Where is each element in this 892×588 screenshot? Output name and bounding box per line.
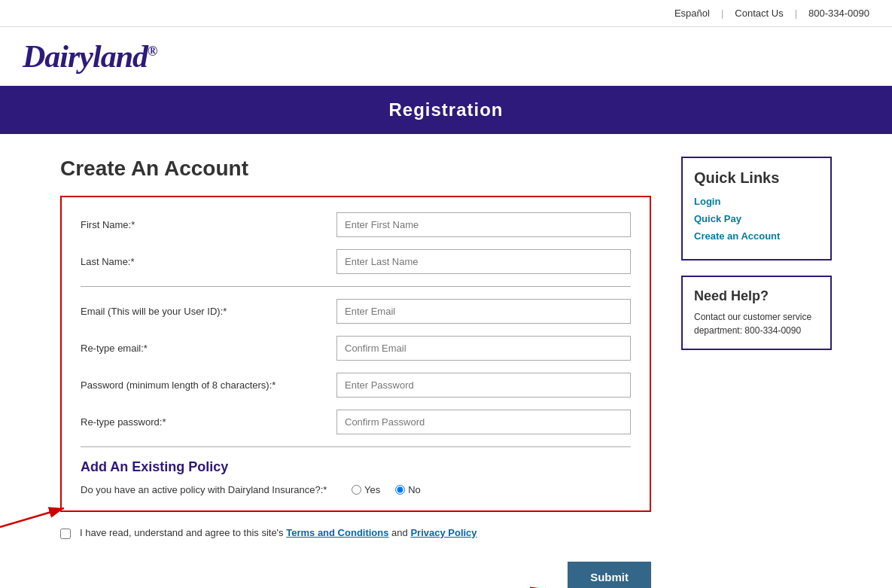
first-name-input[interactable] bbox=[336, 212, 631, 237]
yes-radio-label[interactable]: Yes bbox=[352, 484, 380, 495]
retype-email-label: Re-type email:* bbox=[81, 343, 336, 354]
terms-text: I have read, understand and agree to thi… bbox=[80, 527, 477, 538]
password-label: Password (minimum length of 8 characters… bbox=[81, 379, 336, 391]
last-name-row: Last Name:* bbox=[81, 249, 631, 274]
quickpay-link[interactable]: Quick Pay bbox=[694, 213, 819, 224]
create-account-link[interactable]: Create an Account bbox=[694, 230, 819, 242]
registration-banner: Registration bbox=[0, 86, 892, 134]
password-row: Password (minimum length of 8 characters… bbox=[81, 373, 631, 398]
policy-question-label: Do you have an active policy with Dairyl… bbox=[81, 484, 336, 495]
submit-button[interactable]: Submit bbox=[568, 562, 651, 588]
form-divider-2 bbox=[81, 446, 631, 447]
password-input[interactable] bbox=[336, 373, 631, 398]
banner-title: Registration bbox=[388, 99, 503, 120]
logo-text: Dairyland bbox=[23, 39, 148, 74]
last-name-input[interactable] bbox=[336, 249, 631, 274]
privacy-policy-link[interactable]: Privacy Policy bbox=[410, 527, 476, 538]
yes-radio[interactable] bbox=[352, 485, 361, 495]
yes-label-text: Yes bbox=[364, 484, 380, 495]
form-heading: Create An Account bbox=[60, 157, 651, 181]
terms-prefix: I have read, understand and agree to thi… bbox=[80, 527, 286, 538]
first-name-row: First Name:* bbox=[81, 212, 631, 237]
no-radio[interactable] bbox=[395, 485, 405, 495]
sidebar: Quick Links Login Quick Pay Create an Ac… bbox=[681, 157, 832, 350]
no-radio-label[interactable]: No bbox=[395, 484, 421, 495]
retype-password-input[interactable] bbox=[336, 410, 631, 434]
policy-radio-group: Yes No bbox=[352, 484, 421, 495]
need-help-text: Contact our customer service department:… bbox=[694, 310, 819, 337]
add-policy-title: Add An Existing Policy bbox=[81, 459, 631, 475]
no-label-text: No bbox=[408, 484, 421, 495]
contact-us-link[interactable]: Contact Us bbox=[723, 8, 794, 19]
logo-area: Dairyland® bbox=[0, 27, 892, 86]
need-help-title: Need Help? bbox=[694, 288, 819, 304]
retype-password-label: Re-type password:* bbox=[81, 416, 336, 428]
email-row: Email (This will be your User ID):* bbox=[81, 299, 631, 324]
policy-row: Do you have an active policy with Dairyl… bbox=[81, 484, 631, 495]
retype-email-row: Re-type email:* bbox=[81, 336, 631, 361]
logo: Dairyland® bbox=[23, 38, 869, 75]
email-input[interactable] bbox=[336, 299, 631, 324]
main-content: Create An Account First Name:* bbox=[0, 134, 892, 588]
terms-and: and bbox=[388, 527, 410, 538]
last-name-label: Last Name:* bbox=[81, 256, 336, 267]
form-box: First Name:* Last Name:* Email (This wil… bbox=[60, 196, 651, 512]
terms-checkbox[interactable] bbox=[60, 529, 71, 539]
phone-number: 800-334-0090 bbox=[797, 8, 869, 19]
terms-conditions-link[interactable]: Terms and Conditions bbox=[286, 527, 388, 538]
logo-reg: ® bbox=[148, 44, 157, 59]
first-name-label: First Name:* bbox=[81, 219, 336, 230]
submit-area: Submit bbox=[60, 547, 651, 588]
retype-email-input[interactable] bbox=[336, 336, 631, 361]
top-bar: Español | Contact Us | 800-334-0090 bbox=[0, 0, 892, 27]
email-label: Email (This will be your User ID):* bbox=[81, 306, 336, 317]
submit-arrow-icon bbox=[463, 577, 561, 588]
need-help-box: Need Help? Contact our customer service … bbox=[681, 276, 832, 350]
quick-links-title: Quick Links bbox=[694, 169, 819, 187]
terms-area: I have read, understand and agree to thi… bbox=[60, 512, 651, 547]
retype-password-row: Re-type password:* bbox=[81, 410, 631, 434]
form-outer: First Name:* Last Name:* Email (This wil… bbox=[60, 196, 651, 588]
form-divider-1 bbox=[81, 286, 631, 287]
espanol-link[interactable]: Español bbox=[663, 8, 721, 19]
form-section: Create An Account First Name:* bbox=[60, 157, 651, 588]
login-link[interactable]: Login bbox=[694, 196, 819, 207]
quick-links-box: Quick Links Login Quick Pay Create an Ac… bbox=[681, 157, 832, 260]
svg-line-1 bbox=[0, 508, 64, 527]
